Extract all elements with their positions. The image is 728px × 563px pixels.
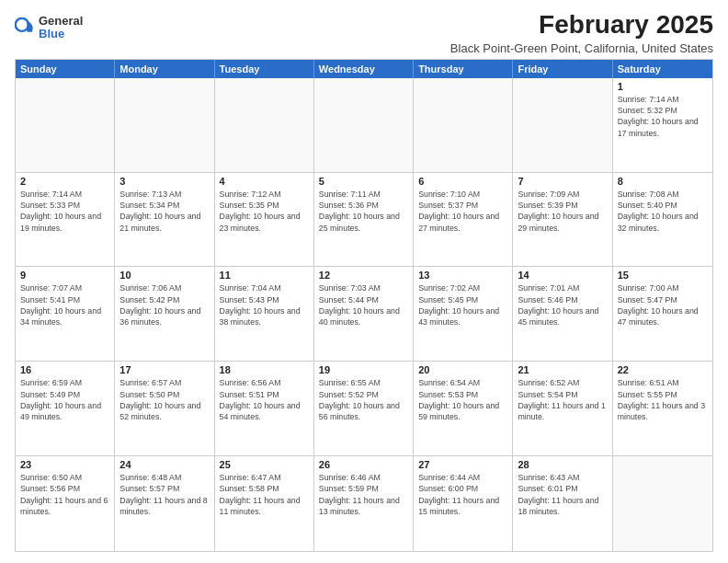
- calendar-row: 16Sunrise: 6:59 AM Sunset: 5:49 PM Dayli…: [16, 362, 712, 456]
- calendar-cell: 17Sunrise: 6:57 AM Sunset: 5:50 PM Dayli…: [115, 362, 214, 455]
- day-number: 12: [319, 270, 408, 281]
- calendar-cell: 28Sunrise: 6:43 AM Sunset: 6:01 PM Dayli…: [513, 456, 612, 551]
- day-info: Sunrise: 6:46 AM Sunset: 5:59 PM Dayligh…: [319, 472, 408, 517]
- calendar-cell: 7Sunrise: 7:09 AM Sunset: 5:39 PM Daylig…: [513, 173, 612, 267]
- calendar-cell: 6Sunrise: 7:10 AM Sunset: 5:37 PM Daylig…: [414, 173, 513, 267]
- calendar-cell: 1Sunrise: 7:14 AM Sunset: 5:32 PM Daylig…: [613, 78, 712, 172]
- calendar-cell: 14Sunrise: 7:01 AM Sunset: 5:46 PM Dayli…: [513, 267, 612, 361]
- day-number: 3: [119, 176, 209, 187]
- day-number: 20: [418, 364, 507, 375]
- calendar-cell: 21Sunrise: 6:52 AM Sunset: 5:54 PM Dayli…: [513, 362, 612, 455]
- calendar-cell: [414, 78, 513, 172]
- day-number: 14: [518, 270, 607, 281]
- day-number: 21: [518, 364, 607, 375]
- calendar-cell: [314, 78, 414, 172]
- calendar-cell: 10Sunrise: 7:06 AM Sunset: 5:42 PM Dayli…: [115, 267, 214, 361]
- day-info: Sunrise: 7:13 AM Sunset: 5:34 PM Dayligh…: [119, 189, 209, 234]
- calendar-cell: [215, 78, 314, 172]
- day-number: 9: [20, 270, 109, 281]
- month-title: February 2025: [450, 11, 713, 40]
- svg-point-0: [16, 18, 28, 31]
- day-info: Sunrise: 7:10 AM Sunset: 5:37 PM Dayligh…: [418, 189, 507, 234]
- day-number: 11: [220, 270, 309, 281]
- calendar-cell: 12Sunrise: 7:03 AM Sunset: 5:44 PM Dayli…: [314, 267, 414, 361]
- day-info: Sunrise: 7:09 AM Sunset: 5:39 PM Dayligh…: [518, 189, 607, 234]
- day-number: 16: [20, 364, 109, 375]
- header-cell-saturday: Saturday: [613, 60, 712, 78]
- day-info: Sunrise: 7:04 AM Sunset: 5:43 PM Dayligh…: [220, 282, 309, 327]
- logo: General Blue: [15, 15, 83, 41]
- calendar-cell: 23Sunrise: 6:50 AM Sunset: 5:56 PM Dayli…: [16, 456, 115, 551]
- day-number: 26: [319, 459, 408, 470]
- day-info: Sunrise: 6:43 AM Sunset: 6:01 PM Dayligh…: [518, 472, 607, 517]
- day-number: 4: [220, 176, 309, 187]
- logo-blue-text: Blue: [39, 28, 83, 40]
- day-number: 8: [618, 176, 708, 187]
- header-cell-wednesday: Wednesday: [314, 60, 414, 78]
- calendar-row: 23Sunrise: 6:50 AM Sunset: 5:56 PM Dayli…: [16, 456, 712, 551]
- calendar-cell: 15Sunrise: 7:00 AM Sunset: 5:47 PM Dayli…: [613, 267, 712, 361]
- calendar-cell: 22Sunrise: 6:51 AM Sunset: 5:55 PM Dayli…: [613, 362, 712, 455]
- day-number: 6: [418, 176, 507, 187]
- day-number: 24: [119, 459, 209, 470]
- day-info: Sunrise: 7:00 AM Sunset: 5:47 PM Dayligh…: [618, 282, 708, 327]
- calendar-cell: 11Sunrise: 7:04 AM Sunset: 5:43 PM Dayli…: [215, 267, 314, 361]
- day-number: 18: [220, 364, 309, 375]
- day-number: 19: [319, 364, 408, 375]
- header-cell-thursday: Thursday: [414, 60, 513, 78]
- day-info: Sunrise: 6:50 AM Sunset: 5:56 PM Dayligh…: [20, 472, 109, 517]
- calendar-cell: [513, 78, 612, 172]
- header-cell-friday: Friday: [513, 60, 612, 78]
- day-number: 1: [618, 81, 708, 92]
- header-cell-tuesday: Tuesday: [215, 60, 314, 78]
- day-number: 2: [20, 176, 109, 187]
- day-info: Sunrise: 6:47 AM Sunset: 5:58 PM Dayligh…: [220, 472, 309, 517]
- day-info: Sunrise: 7:02 AM Sunset: 5:45 PM Dayligh…: [418, 282, 507, 327]
- calendar-cell: [16, 78, 115, 172]
- calendar-cell: 16Sunrise: 6:59 AM Sunset: 5:49 PM Dayli…: [16, 362, 115, 455]
- day-number: 23: [20, 459, 109, 470]
- calendar-cell: 8Sunrise: 7:08 AM Sunset: 5:40 PM Daylig…: [613, 173, 712, 267]
- day-info: Sunrise: 7:14 AM Sunset: 5:32 PM Dayligh…: [618, 94, 708, 139]
- calendar-cell: 19Sunrise: 6:55 AM Sunset: 5:52 PM Dayli…: [314, 362, 414, 455]
- day-info: Sunrise: 6:48 AM Sunset: 5:57 PM Dayligh…: [119, 472, 209, 517]
- calendar-row: 1Sunrise: 7:14 AM Sunset: 5:32 PM Daylig…: [16, 78, 712, 173]
- day-info: Sunrise: 7:12 AM Sunset: 5:35 PM Dayligh…: [220, 189, 309, 234]
- title-block: February 2025 Black Point-Green Point, C…: [450, 11, 713, 55]
- logo-general-text: General: [39, 15, 83, 28]
- day-info: Sunrise: 7:01 AM Sunset: 5:46 PM Dayligh…: [518, 282, 607, 327]
- calendar-cell: [115, 78, 214, 172]
- calendar-header: SundayMondayTuesdayWednesdayThursdayFrid…: [16, 60, 712, 78]
- day-number: 22: [618, 364, 708, 375]
- day-info: Sunrise: 7:03 AM Sunset: 5:44 PM Dayligh…: [319, 282, 408, 327]
- day-info: Sunrise: 7:06 AM Sunset: 5:42 PM Dayligh…: [119, 282, 209, 327]
- calendar-cell: 18Sunrise: 6:56 AM Sunset: 5:51 PM Dayli…: [215, 362, 314, 455]
- day-number: 13: [418, 270, 507, 281]
- calendar-body: 1Sunrise: 7:14 AM Sunset: 5:32 PM Daylig…: [16, 78, 712, 551]
- day-number: 15: [618, 270, 708, 281]
- day-number: 10: [119, 270, 209, 281]
- day-info: Sunrise: 7:11 AM Sunset: 5:36 PM Dayligh…: [319, 189, 408, 234]
- calendar-cell: [613, 456, 712, 551]
- day-info: Sunrise: 6:54 AM Sunset: 5:53 PM Dayligh…: [418, 377, 507, 422]
- day-number: 5: [319, 176, 408, 187]
- calendar-cell: 13Sunrise: 7:02 AM Sunset: 5:45 PM Dayli…: [414, 267, 513, 361]
- calendar-cell: 25Sunrise: 6:47 AM Sunset: 5:58 PM Dayli…: [215, 456, 314, 551]
- day-info: Sunrise: 7:07 AM Sunset: 5:41 PM Dayligh…: [20, 282, 109, 327]
- day-number: 28: [518, 459, 607, 470]
- day-info: Sunrise: 6:44 AM Sunset: 6:00 PM Dayligh…: [418, 472, 507, 517]
- calendar-cell: 9Sunrise: 7:07 AM Sunset: 5:41 PM Daylig…: [16, 267, 115, 361]
- calendar-cell: 3Sunrise: 7:13 AM Sunset: 5:34 PM Daylig…: [115, 173, 214, 267]
- calendar-cell: 20Sunrise: 6:54 AM Sunset: 5:53 PM Dayli…: [414, 362, 513, 455]
- calendar-cell: 2Sunrise: 7:14 AM Sunset: 5:33 PM Daylig…: [16, 173, 115, 267]
- header-cell-sunday: Sunday: [16, 60, 115, 78]
- calendar-cell: 5Sunrise: 7:11 AM Sunset: 5:36 PM Daylig…: [314, 173, 414, 267]
- day-info: Sunrise: 6:59 AM Sunset: 5:49 PM Dayligh…: [20, 377, 109, 422]
- logo-icon: [15, 17, 35, 38]
- header-cell-monday: Monday: [115, 60, 214, 78]
- day-info: Sunrise: 6:52 AM Sunset: 5:54 PM Dayligh…: [518, 377, 607, 422]
- calendar-cell: 27Sunrise: 6:44 AM Sunset: 6:00 PM Dayli…: [414, 456, 513, 551]
- day-number: 17: [119, 364, 209, 375]
- day-info: Sunrise: 6:57 AM Sunset: 5:50 PM Dayligh…: [119, 377, 209, 422]
- day-number: 7: [518, 176, 607, 187]
